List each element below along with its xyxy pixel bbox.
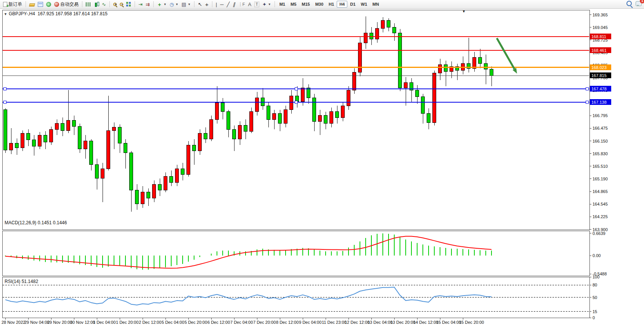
candle	[433, 73, 436, 123]
line-chart-button[interactable]: ∿	[100, 0, 108, 8]
svg-text:29 Nov 20:00: 29 Nov 20:00	[47, 320, 72, 325]
svg-text:167.815: 167.815	[591, 73, 607, 78]
candle	[376, 28, 379, 39]
candle	[193, 145, 196, 151]
svg-text:13 Dec 04:00: 13 Dec 04:00	[368, 320, 392, 325]
candle	[15, 143, 19, 148]
line-handle[interactable]	[295, 101, 297, 104]
chevron-down-icon[interactable]: ▼	[462, 10, 466, 13]
cursor-button[interactable]: ↖	[196, 0, 204, 8]
chart-shift-button[interactable]: ⇥	[137, 0, 144, 8]
candle	[78, 127, 82, 149]
svg-text:15 Dec 04:00: 15 Dec 04:00	[436, 320, 461, 325]
candle	[90, 141, 93, 165]
chart-canvas[interactable]: 169.365169.045168.725168.405168.085167.7…	[0, 0, 644, 328]
svg-text:5 Dec 04:00: 5 Dec 04:00	[162, 320, 184, 325]
line-handle[interactable]	[3, 88, 6, 90]
label-button[interactable]: T	[253, 0, 261, 8]
mt4-window: { "toolbar": { "new_order_label": "新订单",…	[0, 0, 644, 328]
timeframe-h1-button[interactable]: H1	[326, 1, 337, 8]
candle	[135, 190, 139, 204]
candle	[484, 64, 488, 69]
candle	[67, 120, 70, 130]
chart-ohlc-values: 167.925 167.958 167.614 167.815	[38, 11, 108, 16]
candle	[404, 82, 408, 88]
svg-text:165.830: 165.830	[593, 151, 608, 156]
search-icon[interactable]	[626, 1, 632, 8]
trendline-button[interactable]: ╱	[225, 0, 231, 8]
shapes-button[interactable]: ✦▼	[261, 0, 273, 8]
svg-text:0: 0	[593, 315, 595, 320]
candle	[72, 120, 76, 126]
timeframe-d1-button[interactable]: D1	[347, 1, 358, 8]
candle	[227, 112, 230, 129]
svg-text:165.510: 165.510	[593, 164, 608, 169]
line-handle[interactable]	[586, 88, 588, 90]
toolbar-buttons: 新订单自动交易∿⇥⇉＋▼◷▼▤▼↖+|─╱∥⋮FAT✦▼M1M5M15M30H1…	[2, 0, 382, 8]
timeframe-m15-button[interactable]: M15	[299, 1, 312, 8]
line-handle[interactable]	[295, 88, 297, 90]
candle	[313, 98, 316, 122]
candle	[261, 98, 265, 106]
auto-scroll-button[interactable]: ⇉	[144, 0, 151, 8]
toolbar: 新订单自动交易∿⇥⇉＋▼◷▼▤▼↖+|─╱∥⋮FAT✦▼M1M5M15M30H1…	[0, 0, 644, 9]
candle	[490, 69, 493, 76]
candle	[336, 112, 339, 117]
candle	[255, 98, 259, 112]
candlestick-chart-button[interactable]	[93, 0, 100, 8]
horizontal-line-button[interactable]: ─	[218, 0, 225, 8]
zoom-in-button[interactable]	[112, 0, 118, 8]
candle	[221, 103, 225, 112]
candle	[170, 177, 173, 182]
timeframe-w1-button[interactable]: W1	[358, 1, 370, 8]
svg-text:9 Dec 04:00: 9 Dec 04:00	[299, 320, 321, 325]
signals-icon[interactable]	[45, 0, 53, 8]
chart-title[interactable]: ▼GBPJPY-,H4 167.925 167.958 167.614 167.…	[4, 11, 108, 16]
crosshair-button[interactable]: +	[204, 0, 210, 8]
candle	[421, 97, 425, 114]
chart-window-icon[interactable]	[36, 0, 45, 8]
timeframe-mn-button[interactable]: MN	[370, 1, 382, 8]
line-handle[interactable]	[3, 101, 6, 104]
tile-windows-button[interactable]	[125, 0, 133, 8]
candle	[324, 116, 328, 124]
indicators-button[interactable]: ＋▼	[156, 0, 168, 8]
gold-icon[interactable]	[28, 0, 36, 8]
vertical-line-button[interactable]: |	[214, 0, 218, 8]
svg-text:164.865: 164.865	[593, 189, 608, 194]
zoom-out-button[interactable]	[118, 0, 125, 8]
svg-text:28 Nov 2022: 28 Nov 2022	[2, 320, 25, 325]
macd-indicator-label: MACD(12,26,9) 0.1451 0.1446	[5, 220, 67, 225]
new-order-button[interactable]: 新订单	[2, 0, 24, 8]
svg-text:11 Dec 23:00: 11 Dec 23:00	[322, 320, 347, 325]
chart-symbol-period: GBPJPY-,H4	[9, 11, 35, 16]
bar-chart-button[interactable]	[84, 0, 93, 8]
chart-title-collapse-icon[interactable]: ▼	[4, 12, 7, 16]
timeframe-m5-button[interactable]: M5	[288, 1, 299, 8]
line-handle[interactable]	[586, 101, 588, 104]
candle	[278, 114, 282, 124]
svg-text:166.475: 166.475	[593, 126, 608, 130]
timeframe-m1-button[interactable]: M1	[277, 1, 288, 8]
timeframe-m30-button[interactable]: M30	[313, 1, 326, 8]
timeframe-h4-button[interactable]: H4	[337, 1, 347, 8]
periods-button[interactable]: ◷▼	[168, 0, 180, 8]
candle	[438, 64, 442, 73]
candle	[124, 143, 127, 153]
channel-button[interactable]: ∥	[231, 0, 237, 8]
notifications-icon[interactable]: 1	[636, 1, 642, 8]
candle	[244, 125, 247, 131]
candle	[204, 133, 207, 139]
candle	[215, 103, 219, 119]
svg-text:7 Dec 20:00: 7 Dec 20:00	[253, 320, 276, 325]
candle	[330, 112, 333, 124]
text-button[interactable]: A	[246, 0, 253, 8]
fibonacci-button[interactable]: ⋮F	[237, 0, 247, 8]
templates-button[interactable]: ▤▼	[180, 0, 192, 8]
candle	[32, 140, 36, 146]
svg-text:165.190: 165.190	[593, 177, 608, 181]
autotrading-button[interactable]: 自动交易	[53, 0, 80, 8]
svg-text:0.00: 0.00	[593, 253, 601, 258]
notification-badge: 1	[640, 0, 644, 3]
candle	[10, 143, 13, 150]
